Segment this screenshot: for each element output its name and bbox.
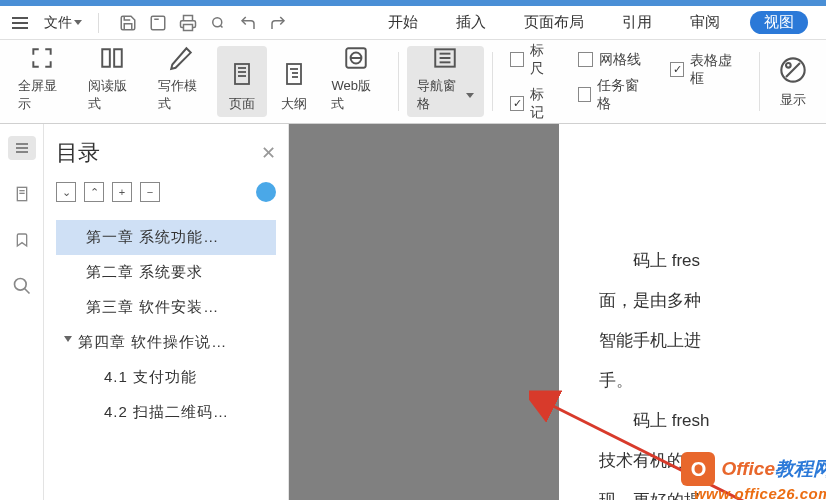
checkbox-group-3: ✓表格虚框 x xyxy=(660,46,751,117)
toc-item-chapter-2[interactable]: 第二章 系统要求 xyxy=(56,255,276,290)
doc-paragraph: 智能手机上进 xyxy=(599,324,826,358)
dropdown-icon xyxy=(466,93,474,98)
title-bar: 文件 开始 插入 页面布局 引用 审阅 视图 xyxy=(0,6,826,40)
redo-icon[interactable] xyxy=(269,14,287,32)
menu-icon[interactable] xyxy=(8,13,32,33)
svg-line-29 xyxy=(24,289,29,294)
quick-access-toolbar xyxy=(119,14,287,32)
close-icon[interactable]: ✕ xyxy=(261,142,276,164)
toc-item-chapter-3[interactable]: 第三章 软件安装… xyxy=(56,290,276,325)
tab-reference[interactable]: 引用 xyxy=(614,9,660,36)
svg-rect-4 xyxy=(235,64,249,84)
outline-icon xyxy=(279,59,309,89)
toc-item-4-2[interactable]: 4.2 扫描二维码… xyxy=(56,395,276,430)
fullscreen-button[interactable]: 全屏显示 xyxy=(8,46,76,117)
document-page[interactable]: 码上 fres 面，是由多种 智能手机上进 手。 码上 fresh 技术有机的结… xyxy=(559,124,826,500)
marks-checkbox[interactable]: ✓标记 xyxy=(510,86,555,122)
tab-view[interactable]: 视图 xyxy=(750,11,808,34)
taskpane-checkbox[interactable]: 任务窗格 xyxy=(578,77,649,113)
doc-paragraph: 手。 xyxy=(599,364,826,398)
toc-item-label: 第四章 软件操作说… xyxy=(78,333,227,350)
toc-list: 第一章 系统功能… 第二章 系统要求 第三章 软件安装… 第四章 软件操作说… … xyxy=(56,220,276,430)
watermark-badge-icon: O xyxy=(681,452,715,486)
page-view-button[interactable]: 页面 xyxy=(217,46,267,117)
left-sidebar xyxy=(0,124,44,500)
outline-button[interactable]: 大纲 xyxy=(269,46,319,117)
marks-label: 标记 xyxy=(530,86,555,122)
ruler-label: 标尺 xyxy=(530,42,555,78)
watermark-text-1: Office xyxy=(721,458,775,479)
svg-rect-0 xyxy=(151,16,165,30)
pencil-icon xyxy=(166,45,196,71)
svg-rect-8 xyxy=(287,64,301,84)
page-icon xyxy=(227,59,257,89)
toc-item-chapter-4[interactable]: 第四章 软件操作说… xyxy=(56,325,276,360)
nav-badge-icon[interactable] xyxy=(256,182,276,202)
toc-item-chapter-1[interactable]: 第一章 系统功能… xyxy=(56,220,276,255)
expand-icon[interactable]: + xyxy=(112,182,132,202)
doc-paragraph: 面，是由多种 xyxy=(599,284,826,318)
svg-line-3 xyxy=(220,25,222,27)
table-vlines-checkbox[interactable]: ✓表格虚框 xyxy=(670,52,741,88)
svg-point-20 xyxy=(786,63,791,68)
nav-title: 目录 xyxy=(56,138,100,168)
side-page-icon[interactable] xyxy=(8,182,36,206)
reading-label: 阅读版式 xyxy=(88,77,136,113)
save-as-icon[interactable] xyxy=(149,14,167,32)
page-label: 页面 xyxy=(229,95,255,113)
print-preview-icon[interactable] xyxy=(209,14,227,32)
svg-point-28 xyxy=(14,279,26,291)
toc-item-4-1[interactable]: 4.1 支付功能 xyxy=(56,360,276,395)
collapse-all-icon[interactable]: ⌄ xyxy=(56,182,76,202)
outline-label: 大纲 xyxy=(281,95,307,113)
percent-icon xyxy=(778,55,808,85)
nav-pane-button[interactable]: 导航窗格 xyxy=(407,46,484,117)
checkbox-group-2: 网格线 任务窗格 xyxy=(568,46,659,117)
show-button[interactable]: 显示 xyxy=(768,51,818,113)
side-bookmark-icon[interactable] xyxy=(8,228,36,252)
watermark-url: www.office26.com xyxy=(694,485,826,500)
undo-icon[interactable] xyxy=(239,14,257,32)
web-view-button[interactable]: Web版式 xyxy=(321,46,389,117)
expand-all-icon[interactable]: ⌃ xyxy=(84,182,104,202)
chevron-down-icon xyxy=(64,336,72,342)
save-icon[interactable] xyxy=(119,14,137,32)
web-label: Web版式 xyxy=(331,77,379,113)
gridlines-checkbox[interactable]: 网格线 xyxy=(578,51,649,69)
fullscreen-label: 全屏显示 xyxy=(18,77,66,113)
tab-insert[interactable]: 插入 xyxy=(448,9,494,36)
nav-pane-label: 导航窗格 xyxy=(417,77,464,113)
gridlines-label: 网格线 xyxy=(599,51,641,69)
navigation-pane: 目录 ✕ ⌄ ⌃ + − 第一章 系统功能… 第二章 系统要求 第三章 软件安装… xyxy=(44,124,289,500)
reading-mode-button[interactable]: 阅读版式 xyxy=(78,46,146,117)
fullscreen-icon xyxy=(27,45,57,71)
dropdown-icon xyxy=(74,20,82,25)
side-toc-icon[interactable] xyxy=(8,136,36,160)
file-menu-label: 文件 xyxy=(44,14,72,32)
tab-review[interactable]: 审阅 xyxy=(682,9,728,36)
checkbox-group-1: 标尺 ✓标记 xyxy=(500,46,565,117)
tab-start[interactable]: 开始 xyxy=(380,9,426,36)
file-menu[interactable]: 文件 xyxy=(38,10,88,36)
show-label: 显示 xyxy=(780,91,806,109)
doc-paragraph: 码上 fresh xyxy=(599,404,826,438)
writing-mode-button[interactable]: 写作模式 xyxy=(148,46,216,117)
ruler-checkbox[interactable]: 标尺 xyxy=(510,42,555,78)
table-vlines-label: 表格虚框 xyxy=(690,52,741,88)
nav-pane-icon xyxy=(430,45,460,71)
svg-rect-1 xyxy=(184,24,193,30)
tab-page-layout[interactable]: 页面布局 xyxy=(516,9,592,36)
ribbon-tabs: 开始 插入 页面布局 引用 审阅 视图 xyxy=(380,9,818,36)
nav-toolbar: ⌄ ⌃ + − xyxy=(56,182,276,202)
side-search-icon[interactable] xyxy=(8,274,36,298)
globe-icon xyxy=(341,45,371,71)
doc-paragraph: 码上 fres xyxy=(599,244,826,278)
print-icon[interactable] xyxy=(179,14,197,32)
writing-label: 写作模式 xyxy=(158,77,206,113)
taskpane-label: 任务窗格 xyxy=(597,77,648,113)
svg-line-21 xyxy=(786,63,800,77)
ribbon: 全屏显示 阅读版式 写作模式 页面 大纲 Web版式 导航窗格 标尺 ✓标记 网… xyxy=(0,40,826,124)
book-icon xyxy=(97,45,127,71)
collapse-icon[interactable]: − xyxy=(140,182,160,202)
watermark: O Office教程网 xyxy=(681,452,826,486)
